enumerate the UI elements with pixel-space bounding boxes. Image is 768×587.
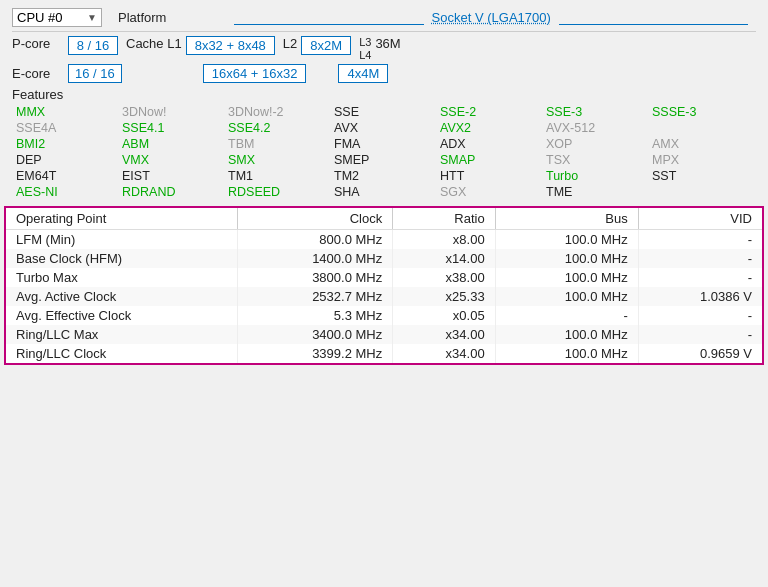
- l3-value: 36M: [375, 36, 400, 51]
- feature-item-24: SMEP: [332, 152, 436, 168]
- top-section: CPU #0 ▼ Platform Socket V (LGA1700) P-c…: [4, 4, 764, 200]
- cache-l1-ecore: 16x64 + 16x32: [203, 64, 307, 83]
- op-cell-r1c0: Base Clock (HFM): [6, 249, 237, 268]
- feature-item-36: RDRAND: [120, 184, 224, 200]
- op-header-vid: VID: [638, 208, 762, 230]
- cache-l2-label: L2: [283, 36, 297, 51]
- feature-item-39: SGX: [438, 184, 542, 200]
- op-cell-r6c1: 3399.2 MHz: [237, 344, 392, 363]
- feature-item-41: [650, 184, 754, 200]
- op-header-ratio: Ratio: [393, 208, 495, 230]
- feature-item-37: RDSEED: [226, 184, 330, 200]
- feature-item-34: SST: [650, 168, 754, 184]
- feature-item-1: 3DNow!: [120, 104, 224, 120]
- op-header-operating-point: Operating Point: [6, 208, 237, 230]
- op-cell-r2c1: 3800.0 MHz: [237, 268, 392, 287]
- op-cell-r5c4: -: [638, 325, 762, 344]
- op-table-body: LFM (Min)800.0 MHzx8.00100.0 MHz-Base Cl…: [6, 230, 762, 364]
- op-cell-r1c4: -: [638, 249, 762, 268]
- op-cell-r4c0: Avg. Effective Clock: [6, 306, 237, 325]
- op-table-row: Ring/LLC Max3400.0 MHzx34.00100.0 MHz-: [6, 325, 762, 344]
- dropdown-arrow-icon: ▼: [87, 12, 97, 23]
- op-cell-r0c3: 100.0 MHz: [495, 230, 638, 250]
- feature-item-26: TSX: [544, 152, 648, 168]
- feature-item-18: ADX: [438, 136, 542, 152]
- l4-label: L4: [359, 49, 371, 62]
- feature-item-33: Turbo: [544, 168, 648, 184]
- feature-item-2: 3DNow!-2: [226, 104, 330, 120]
- op-cell-r4c3: -: [495, 306, 638, 325]
- op-cell-r1c3: 100.0 MHz: [495, 249, 638, 268]
- op-table-row: Ring/LLC Clock3399.2 MHzx34.00100.0 MHz0…: [6, 344, 762, 363]
- ecore-row: E-core 16 / 16 16x64 + 16x32 4x4M: [12, 64, 756, 83]
- cpu-dropdown[interactable]: CPU #0 ▼: [12, 8, 102, 27]
- op-cell-r2c2: x38.00: [393, 268, 495, 287]
- op-cell-r2c4: -: [638, 268, 762, 287]
- op-cell-r6c0: Ring/LLC Clock: [6, 344, 237, 363]
- feature-item-29: EIST: [120, 168, 224, 184]
- feature-item-0: MMX: [14, 104, 118, 120]
- op-table-row: Turbo Max3800.0 MHzx38.00100.0 MHz-: [6, 268, 762, 287]
- feature-item-19: XOP: [544, 136, 648, 152]
- cpu-label: CPU #0: [17, 10, 63, 25]
- op-cell-r4c1: 5.3 MHz: [237, 306, 392, 325]
- features-section: Features MMX3DNow!3DNow!-2SSESSE-2SSE-3S…: [12, 87, 756, 200]
- feature-item-13: [650, 120, 754, 136]
- op-cell-r0c2: x8.00: [393, 230, 495, 250]
- op-table: Operating PointClockRatioBusVID LFM (Min…: [6, 208, 762, 363]
- op-table-row: LFM (Min)800.0 MHzx8.00100.0 MHz-: [6, 230, 762, 250]
- feature-item-28: EM64T: [14, 168, 118, 184]
- l3-label: L3: [359, 36, 371, 49]
- op-cell-r3c3: 100.0 MHz: [495, 287, 638, 306]
- feature-item-31: TM2: [332, 168, 436, 184]
- op-cell-r5c1: 3400.0 MHz: [237, 325, 392, 344]
- op-cell-r0c1: 800.0 MHz: [237, 230, 392, 250]
- op-cell-r4c2: x0.05: [393, 306, 495, 325]
- op-cell-r1c2: x14.00: [393, 249, 495, 268]
- socket-line-right: [559, 24, 748, 25]
- feature-item-27: MPX: [650, 152, 754, 168]
- pcore-value: 8 / 16: [68, 36, 118, 55]
- op-cell-r4c4: -: [638, 306, 762, 325]
- op-section: Operating PointClockRatioBusVID LFM (Min…: [4, 206, 764, 365]
- feature-item-3: SSE: [332, 104, 436, 120]
- l3l4-label: L3 L4: [359, 36, 371, 62]
- op-header-bus: Bus: [495, 208, 638, 230]
- op-cell-r0c0: LFM (Min): [6, 230, 237, 250]
- feature-item-4: SSE-2: [438, 104, 542, 120]
- feature-item-23: SMX: [226, 152, 330, 168]
- cache-l1-label: Cache L1: [126, 36, 182, 51]
- op-cell-r6c4: 0.9659 V: [638, 344, 762, 363]
- op-cell-r2c3: 100.0 MHz: [495, 268, 638, 287]
- feature-item-35: AES-NI: [14, 184, 118, 200]
- features-grid: MMX3DNow!3DNow!-2SSESSE-2SSE-3SSSE-3SSE4…: [12, 104, 756, 200]
- feature-item-16: TBM: [226, 136, 330, 152]
- feature-item-5: SSE-3: [544, 104, 648, 120]
- op-cell-r1c1: 1400.0 MHz: [237, 249, 392, 268]
- cache-l1-pcore: 8x32 + 8x48: [186, 36, 275, 55]
- main-container: CPU #0 ▼ Platform Socket V (LGA1700) P-c…: [0, 0, 768, 369]
- op-cell-r5c0: Ring/LLC Max: [6, 325, 237, 344]
- feature-item-40: TME: [544, 184, 648, 200]
- cache-l2-value: 8x2M: [301, 36, 351, 55]
- pcore-row: P-core 8 / 16 Cache L1 8x32 + 8x48 L2 8x…: [12, 36, 756, 62]
- op-table-row: Base Clock (HFM)1400.0 MHzx14.00100.0 MH…: [6, 249, 762, 268]
- ecore-label: E-core: [12, 66, 64, 81]
- cpu-row: CPU #0 ▼ Platform Socket V (LGA1700): [12, 8, 756, 32]
- op-cell-r3c4: 1.0386 V: [638, 287, 762, 306]
- op-table-row: Avg. Active Clock2532.7 MHzx25.33100.0 M…: [6, 287, 762, 306]
- feature-item-25: SMAP: [438, 152, 542, 168]
- feature-item-22: VMX: [120, 152, 224, 168]
- feature-item-8: SSE4.1: [120, 120, 224, 136]
- feature-item-20: AMX: [650, 136, 754, 152]
- feature-item-17: FMA: [332, 136, 436, 152]
- op-cell-r3c0: Avg. Active Clock: [6, 287, 237, 306]
- op-cell-r3c1: 2532.7 MHz: [237, 287, 392, 306]
- op-cell-r3c2: x25.33: [393, 287, 495, 306]
- feature-item-30: TM1: [226, 168, 330, 184]
- feature-item-7: SSE4A: [14, 120, 118, 136]
- op-cell-r0c4: -: [638, 230, 762, 250]
- cache-l2-ecore: 4x4M: [338, 64, 388, 83]
- op-cell-r6c2: x34.00: [393, 344, 495, 363]
- ecore-value: 16 / 16: [68, 64, 122, 83]
